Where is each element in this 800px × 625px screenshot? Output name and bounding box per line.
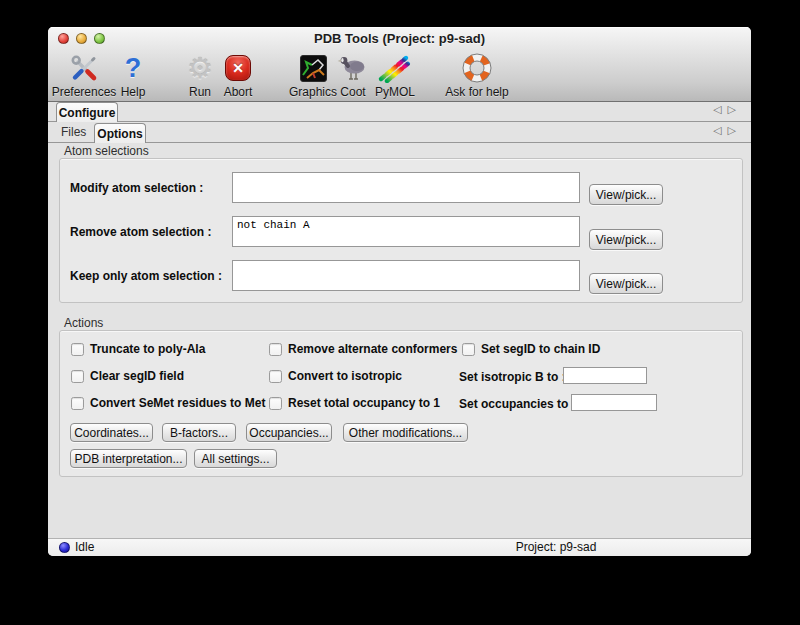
set-occupancies-input[interactable] [571, 394, 657, 411]
checkbox-box[interactable] [269, 370, 282, 383]
checkbox-label: Convert to isotropic [288, 369, 402, 383]
scroll-right-icon[interactable]: ▷ [728, 124, 742, 136]
checkbox-label: Remove alternate conformers [288, 342, 457, 356]
set-occupancies-label: Set occupancies to : [459, 397, 576, 411]
other-modifications-button[interactable]: Other modifications... [343, 423, 468, 442]
tools-icon [49, 52, 119, 84]
checkbox-remove-alternate-conformers: Remove alternate conformers [269, 342, 457, 356]
actions-legend: Actions [64, 316, 103, 330]
tab-scroll-arrows: ◁▷ [713, 103, 742, 116]
checkbox-convert-to-isotropic: Convert to isotropic [269, 369, 402, 383]
checkbox-reset-total-occupancy: Reset total occupancy to 1 [269, 396, 440, 410]
checkbox-convert-semet-to-met: Convert SeMet residues to Met [71, 396, 265, 410]
coot-bird-icon [333, 52, 373, 84]
b-factors-button[interactable]: B-factors... [162, 423, 236, 442]
status-bar: Idle Project: p9-sad [48, 538, 751, 556]
all-settings-button[interactable]: All settings... [194, 449, 277, 468]
checkbox-truncate-to-poly-ala: Truncate to poly-Ala [71, 342, 205, 356]
checkbox-label: Clear segID field [90, 369, 184, 383]
keep-only-atom-selection-input[interactable] [232, 260, 580, 291]
checkbox-clear-segid-field: Clear segID field [71, 369, 184, 383]
checkbox-box[interactable] [71, 343, 84, 356]
pdb-tools-window: PDB Tools (Project: p9-sad) Preferences [48, 27, 751, 556]
toolbar-item-pymol[interactable]: PyMOL [370, 52, 420, 99]
atom-selections-legend: Atom selections [64, 144, 149, 158]
toolbar-item-help[interactable]: ? Help [113, 52, 153, 99]
checkbox-box[interactable] [269, 397, 282, 410]
toolbar-item-label: Preferences [49, 85, 119, 99]
tab-label: Configure [59, 106, 116, 120]
tabbar-files-options: Files Options ◁▷ [48, 122, 751, 143]
scroll-left-icon[interactable]: ◁ [713, 103, 727, 115]
scroll-left-icon[interactable]: ◁ [713, 124, 727, 136]
window-title: PDB Tools (Project: p9-sad) [48, 31, 751, 46]
toolbar-item-run[interactable]: ⚙ Run [180, 52, 220, 99]
toolbar-item-label: Abort [216, 85, 260, 99]
checkbox-set-segid-to-chain-id: Set segID to chain ID [462, 342, 600, 356]
window-chrome: PDB Tools (Project: p9-sad) Preferences [48, 27, 751, 102]
toolbar-item-preferences[interactable]: Preferences [49, 52, 119, 99]
rainbow-ribbon-icon [370, 52, 420, 84]
scroll-right-icon[interactable]: ▷ [728, 103, 742, 115]
lifebuoy-icon [437, 52, 517, 84]
modify-atom-selection-label: Modify atom selection : [70, 181, 203, 195]
checkbox-label: Convert SeMet residues to Met [90, 396, 265, 410]
modify-atom-selection-input[interactable] [232, 172, 580, 203]
checkbox-label: Truncate to poly-Ala [90, 342, 205, 356]
toolbar-item-label: Ask for help [437, 85, 517, 99]
set-isotropic-b-input[interactable] [563, 367, 647, 384]
toolbar-item-ask-for-help[interactable]: Ask for help [437, 52, 517, 99]
coordinates-button[interactable]: Coordinates... [70, 423, 153, 442]
project-label: Project: p9-sad [486, 540, 626, 554]
tab-files[interactable]: Files [61, 122, 86, 142]
tabbar-configure: Configure ◁▷ [48, 101, 751, 122]
screenshot-background: PDB Tools (Project: p9-sad) Preferences [0, 0, 800, 625]
checkbox-box[interactable] [71, 397, 84, 410]
toolbar-item-label: Help [113, 85, 153, 99]
toolbar-item-label: Run [180, 85, 220, 99]
checkbox-label: Reset total occupancy to 1 [288, 396, 440, 410]
view-pick-button-modify[interactable]: View/pick... [589, 184, 663, 205]
keep-only-atom-selection-label: Keep only atom selection : [70, 269, 222, 283]
view-pick-button-remove[interactable]: View/pick... [589, 229, 663, 250]
pdb-interpretation-button[interactable]: PDB interpretation... [70, 449, 187, 468]
toolbar-item-label: Coot [333, 85, 373, 99]
status-indicator-icon [59, 542, 70, 553]
tab-label: Options [97, 127, 142, 141]
checkbox-box[interactable] [71, 370, 84, 383]
tab-label: Files [61, 125, 86, 139]
status-text: Idle [75, 540, 94, 554]
set-isotropic-b-label: Set isotropic B to : [459, 370, 566, 384]
stop-x-icon: ✕ [216, 52, 260, 84]
toolbar-item-coot[interactable]: Coot [333, 52, 373, 99]
tab-scroll-arrows: ◁▷ [713, 124, 742, 137]
remove-atom-selection-input[interactable]: not chain A [232, 216, 580, 247]
question-mark-icon: ? [113, 52, 153, 84]
toolbar-item-abort[interactable]: ✕ Abort [216, 52, 260, 99]
checkbox-box[interactable] [462, 343, 475, 356]
remove-atom-selection-label: Remove atom selection : [70, 225, 211, 239]
occupancies-button[interactable]: Occupancies... [246, 423, 332, 442]
tab-configure[interactable]: Configure [56, 102, 118, 122]
gear-icon: ⚙ [180, 52, 220, 84]
checkbox-label: Set segID to chain ID [481, 342, 600, 356]
toolbar-item-label: PyMOL [370, 85, 420, 99]
view-pick-button-keep-only[interactable]: View/pick... [589, 273, 663, 294]
tab-options[interactable]: Options [94, 123, 146, 143]
checkbox-box[interactable] [269, 343, 282, 356]
